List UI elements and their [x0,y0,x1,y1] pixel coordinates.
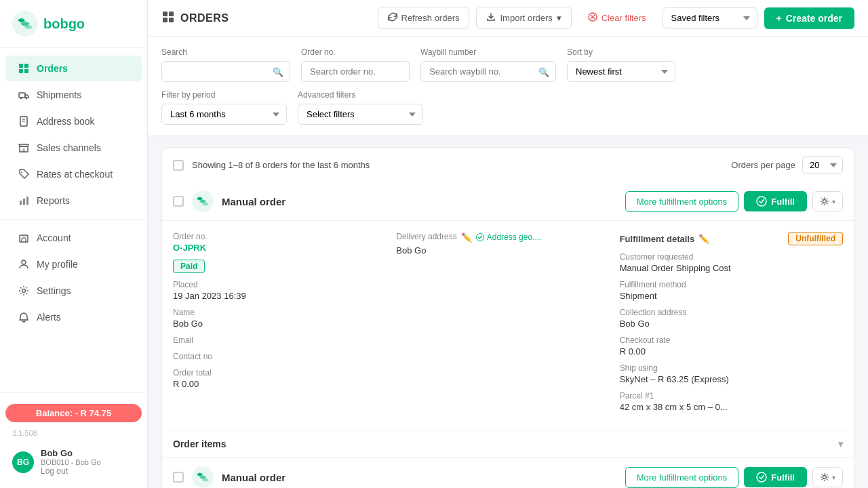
svg-rect-5 [19,93,25,98]
order-col-2: Delivery address ✏️ Address geo.... Bob … [396,232,619,419]
import-label: Import orders [500,13,552,23]
placed-field: Placed 19 Jan 2023 16:39 [173,280,396,301]
sidebar-item-account[interactable]: Account [5,225,142,251]
waybill-input[interactable] [420,61,556,82]
collection-address-value: Bob Go [620,319,843,329]
per-page-select[interactable]: 20 50 100 [802,156,843,174]
period-select[interactable]: Last 6 months Last 30 days Last 7 days [161,104,287,125]
import-orders-button[interactable]: Import orders ▾ [476,7,571,29]
order-no-input-wrap [301,61,410,82]
order-col-3: Fulfillment details ✏️ Unfulfilled Custo… [620,232,843,419]
placed-value: 19 Jan 2023 16:39 [173,291,396,301]
svg-rect-14 [23,199,25,205]
sidebar-item-shipments[interactable]: Shipments [5,82,142,108]
search-input[interactable] [161,61,290,82]
version-text: 3.1.508 [5,426,142,440]
sidebar-item-my-profile[interactable]: My profile [5,251,142,277]
sidebar-item-settings[interactable]: Settings [5,278,142,304]
logout-link[interactable]: Log out [41,466,101,476]
delivery-edit-icon[interactable]: ✏️ [461,232,472,243]
fulfill-button[interactable]: Fulfill [744,191,807,211]
svg-rect-1 [19,64,23,68]
parcel-value: 42 cm x 38 cm x 5 cm – 0... [620,402,843,412]
clear-filters-label: Clear filters [601,13,646,23]
sidebar-item-orders[interactable]: Orders [5,56,142,81]
search-filter-group: Search 🔍 [161,47,290,82]
fulfillment-header: Fulfillment details ✏️ Unfulfilled [620,232,843,245]
topbar: ORDERS Refresh orders Import orders ▾ [148,0,868,37]
search-icon: 🔍 [273,66,283,77]
order-items-chevron-icon: ▾ [838,439,843,449]
saved-filters-select[interactable]: Saved filters [663,7,757,28]
svg-point-29 [757,197,766,206]
order-header: Manual order More fulfillment options Fu… [162,182,854,221]
order-2-type-label: Manual order [222,472,617,483]
filter-row-2: Filter by period Last 6 months Last 30 d… [161,90,854,125]
results-left: Showing 1–8 of 8 orders for the last 6 m… [173,160,370,171]
svg-point-34 [823,476,827,479]
name-value: Bob Go [173,319,396,329]
sidebar-item-rates-at-checkout[interactable]: Rates at checkout [5,161,142,187]
sidebar-item-label-account: Account [37,232,71,243]
chart-icon [18,195,30,207]
order-checkbox[interactable] [173,196,184,207]
fulfillment-edit-icon[interactable]: ✏️ [698,234,709,244]
sidebar-item-address-book[interactable]: Address book [5,108,142,134]
geo-check-icon [476,233,484,241]
collection-address-field: Collection address Bob Go [620,308,843,329]
sidebar: bobgo Orders Shipments Address book Sale… [0,0,148,488]
period-filter-group: Filter by period Last 6 months Last 30 d… [161,90,287,125]
fulfill-2-icon [756,472,767,483]
waybill-search-icon: 🔍 [538,66,549,77]
delivery-address-field: Delivery address ✏️ Address geo.... Bob … [396,232,619,256]
name-label: Name [173,308,396,317]
order-body: Order no. O-JPRK Paid Placed 19 Jan 2023… [162,221,854,430]
order-no-input[interactable] [301,61,410,82]
svg-rect-11 [22,148,25,152]
sidebar-item-alerts[interactable]: Alerts [5,304,142,330]
order-2-checkbox[interactable] [173,472,184,483]
checkout-rate-field: Checkout rate R 0.00 [620,336,843,357]
order-card: Manual order More fulfillment options Fu… [161,182,854,458]
order-card-2: Manual order More fulfillment options Fu… [161,458,854,488]
order-2-header-actions: More fulfillment options Fulfill ▾ [625,467,843,488]
order-items-label: Order items [173,439,226,449]
svg-point-6 [20,98,22,99]
fulfill-2-label: Fulfill [771,472,795,483]
advanced-filters-select[interactable]: Select filters [298,104,423,125]
sidebar-item-label-orders: Orders [37,63,68,74]
create-order-button[interactable]: + Create order [764,7,854,29]
settings-chevron-2-icon: ▾ [832,474,835,481]
customer-requested-field: Customer requested Manual Order Shipping… [620,252,843,273]
import-chevron-icon: ▾ [557,13,561,23]
svg-rect-17 [22,237,24,238]
sort-select[interactable]: Newest first Oldest first [567,61,675,82]
user-row: BG Bob Go BOB010 - Bob Go Log out [5,443,142,481]
svg-point-19 [22,260,26,264]
order-2-fulfill-button[interactable]: Fulfill [744,467,807,487]
select-all-checkbox[interactable] [173,160,184,171]
order-2-settings-button[interactable]: ▾ [812,467,843,487]
sort-filter-group: Sort by Newest first Oldest first [567,47,675,82]
order-header-actions: More fulfillment options Fulfill ▾ [625,191,843,212]
order-settings-button[interactable]: ▾ [812,191,843,211]
bobgo-logo [12,11,38,37]
refresh-orders-button[interactable]: Refresh orders [378,7,470,29]
order-2-more-fulfillment-button[interactable]: More fulfillment options [625,467,739,488]
checkout-rate-label: Checkout rate [620,336,843,345]
sidebar-item-reports[interactable]: Reports [5,188,142,214]
page-title: ORDERS [180,12,229,24]
svg-rect-21 [163,12,167,16]
order-items-section: Order items ▾ [162,430,854,458]
delivery-address-label: Delivery address [396,232,456,241]
refresh-icon [388,12,397,24]
more-fulfillment-button[interactable]: More fulfillment options [625,191,739,212]
sidebar-item-sales-channels[interactable]: Sales channels [5,135,142,161]
svg-rect-13 [20,201,22,205]
order-items-toggle[interactable]: Order items ▾ [162,430,854,458]
order-no-field: Order no. O-JPRK [173,232,396,253]
clear-filters-button[interactable]: Clear filters [578,7,656,28]
fulfill-icon [756,196,767,207]
order-no-value[interactable]: O-JPRK [173,243,396,253]
name-field: Name Bob Go [173,308,396,329]
